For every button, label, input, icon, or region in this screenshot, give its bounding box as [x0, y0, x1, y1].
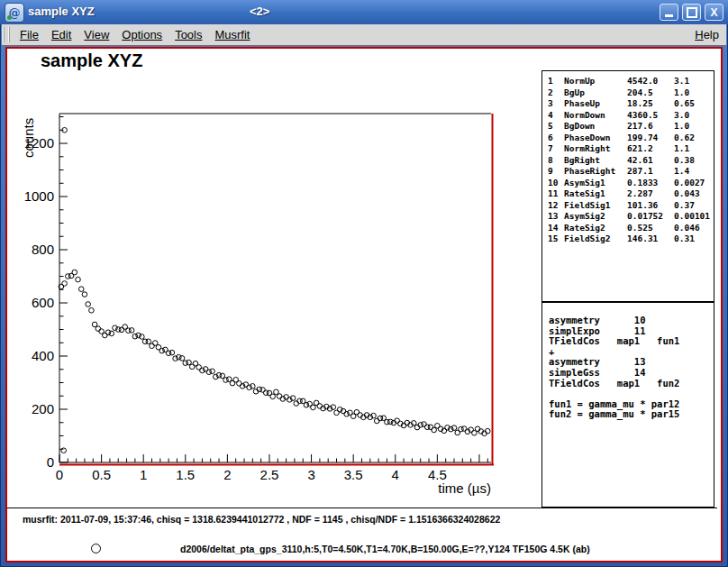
app-icon: @ — [5, 3, 24, 23]
svg-text:time (µs): time (µs) — [438, 480, 491, 496]
param-row: 12FieldSig1101.360.37 — [542, 200, 714, 212]
window-controls: X — [660, 4, 723, 21]
window-instance-label: <2> — [250, 5, 269, 18]
fit-statistics-text: musrfit: 2011-07-09, 15:37:46, chisq = 1… — [23, 514, 500, 525]
close-icon: X — [710, 7, 717, 18]
menu-view[interactable]: View — [84, 28, 109, 41]
param-row: 5BgDown217.61.0 — [542, 121, 714, 133]
menu-options[interactable]: Options — [122, 28, 162, 41]
svg-text:4: 4 — [392, 467, 399, 482]
menu-edit[interactable]: Edit — [51, 28, 71, 41]
fit-parameter-box: 1NormUp4542.03.12BgUp204.51.03PhaseUp18.… — [541, 70, 714, 302]
param-row: 4NormDown4360.53.0 — [542, 110, 714, 122]
svg-text:1000: 1000 — [24, 188, 54, 204]
theory-line: fun2 = gamma_mu * par15 — [549, 409, 714, 420]
window-title: sample XYZ — [28, 5, 95, 18]
app-window: @ sample XYZ <2> X File Edit View Option… — [0, 0, 728, 567]
svg-text:400: 400 — [32, 348, 54, 363]
theory-box: asymmetry 10simplExpo 11TFieldCos map1 f… — [541, 302, 714, 508]
menu-tools[interactable]: Tools — [175, 28, 202, 41]
param-row: 3PhaseUp18.250.65 — [542, 98, 714, 110]
title-bar[interactable]: @ sample XYZ <2> X — [0, 0, 728, 24]
menu-file[interactable]: File — [20, 28, 39, 41]
param-row: 2BgUp204.51.0 — [542, 87, 714, 99]
info-pad-separator — [7, 508, 717, 508]
param-row: 15FieldSig2146.310.31 — [542, 233, 714, 245]
param-row: 14RateSig20.5250.046 — [542, 223, 714, 234]
svg-text:0: 0 — [56, 467, 63, 482]
menu-help[interactable]: Help — [695, 28, 719, 41]
maximize-button[interactable] — [682, 4, 701, 21]
theory-line: TFieldCos map1 fun1 — [549, 336, 714, 347]
param-row: 13AsymSig20.017520.00101 — [542, 211, 714, 223]
menubar-grip[interactable] — [3, 27, 10, 42]
param-row: 10AsymSig10.18330.0027 — [542, 178, 714, 189]
minimize-button[interactable] — [660, 4, 678, 21]
theory-line: simpleGss 14 — [549, 368, 714, 379]
param-row: 6PhaseDown199.740.62 — [542, 133, 714, 144]
maximize-icon — [687, 7, 697, 18]
svg-text:1: 1 — [140, 467, 147, 482]
svg-text:1.5: 1.5 — [176, 467, 195, 482]
svg-text:1200: 1200 — [24, 135, 54, 151]
root-canvas[interactable]: sample XYZ counts 00.511.522.533.544.502… — [5, 47, 723, 562]
svg-text:0: 0 — [47, 454, 54, 470]
param-row: 9PhaseRight287.11.4 — [542, 166, 714, 178]
svg-text:3: 3 — [307, 467, 314, 482]
param-row: 1NormUp4542.03.1 — [542, 76, 714, 87]
svg-text:3.5: 3.5 — [344, 467, 363, 482]
menu-musrfit[interactable]: Musrfit — [214, 28, 250, 41]
param-row: 8BgRight42.610.38 — [542, 155, 714, 167]
param-row: 11RateSig12.2870.043 — [542, 188, 714, 200]
svg-text:200: 200 — [32, 401, 54, 416]
close-button[interactable]: X — [705, 4, 723, 21]
run-info-text: d2006/deltat_pta_gps_3110,h:5,T0=4.50K,T… — [180, 544, 590, 554]
menu-bar: File Edit View Options Tools Musrfit Hel… — [2, 24, 726, 46]
svg-text:0.5: 0.5 — [92, 467, 111, 482]
svg-text:2: 2 — [223, 467, 231, 482]
theory-line: TFieldCos map1 fun2 — [549, 379, 714, 389]
theory-line — [549, 389, 714, 399]
svg-text:800: 800 — [32, 242, 54, 257]
legend-open-circle-icon — [91, 544, 101, 553]
svg-text:600: 600 — [32, 295, 54, 310]
theory-line: asymmetry 10 — [549, 316, 714, 326]
minimize-icon — [665, 14, 673, 17]
svg-text:2.5: 2.5 — [260, 467, 279, 482]
param-row: 7NormRight621.21.1 — [542, 143, 714, 155]
